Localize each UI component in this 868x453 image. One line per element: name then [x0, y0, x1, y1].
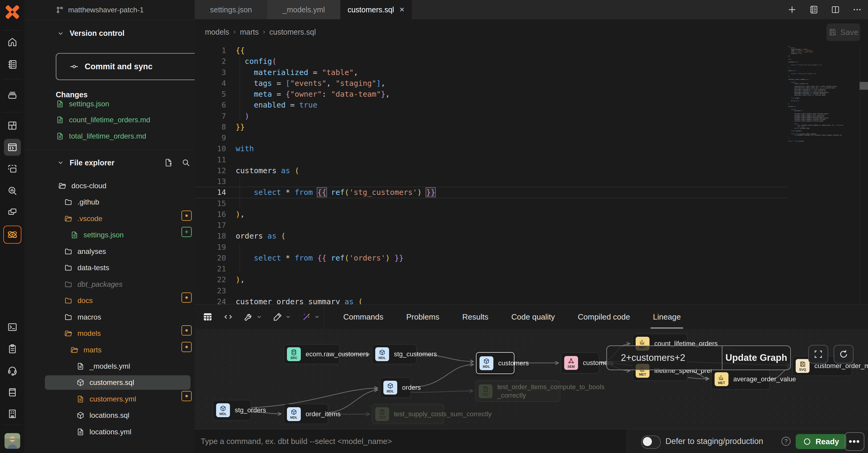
frame-select-icon[interactable]	[4, 161, 21, 177]
lineage-node-test_supply_costs_sum_correctly[interactable]: TST test_supply_costs_sum_correctly	[372, 404, 444, 424]
lineage-node-stg_orders[interactable]: MDL stg_orders	[213, 400, 251, 420]
branch-selector[interactable]: matthewshaver-patch-1	[56, 0, 144, 20]
code-editor[interactable]: 1 {{2 config(3 materialized = "table",4 …	[195, 44, 787, 304]
lineage-node-customers[interactable]: SEM customers	[561, 352, 599, 374]
lineage-node-label: test_supply_costs_sum_correctly	[394, 410, 492, 418]
editor-tab-_models.yml[interactable]: _models.yml	[267, 0, 341, 19]
file-tree-item-macros[interactable]: macros	[24, 309, 195, 325]
file-tree-item-docs[interactable]: docs•	[24, 292, 195, 309]
lineage-node-label: orders	[402, 383, 421, 392]
file-tree-item-.vscode[interactable]: .vscode•	[24, 211, 195, 227]
file-tree-item-locations.sql[interactable]: locations.sql	[24, 407, 195, 423]
help-icon[interactable]: ?	[781, 437, 790, 446]
changed-file-row[interactable]: settings.json +	[56, 97, 216, 111]
lineage-selector-input[interactable]: 2+customers+2	[607, 346, 722, 369]
breadcrumb-item[interactable]: customers.sql	[270, 28, 316, 36]
defer-label: Defer to staging/production	[665, 429, 763, 453]
status-more-button[interactable]: •••	[844, 432, 864, 451]
fullscreen-button[interactable]	[808, 345, 828, 363]
panel-tab-results[interactable]: Results	[451, 304, 500, 329]
inbox-tray-icon[interactable]	[4, 87, 21, 104]
ready-status-badge[interactable]: Ready	[796, 434, 846, 449]
code-toggle-icon[interactable]	[223, 312, 233, 322]
lineage-graph[interactable]: SRC ecom.raw_customers MDL stg_customers…	[195, 329, 868, 429]
breadcrumb-item[interactable]: marts	[240, 28, 259, 36]
version-control-header[interactable]: Version control	[57, 29, 124, 38]
file-tree-item-settings.json[interactable]: settings.json+	[24, 227, 195, 243]
lineage-node-ecom.raw_customers[interactable]: SRC ecom.raw_customers	[284, 344, 340, 364]
home-icon[interactable]	[4, 34, 21, 51]
command-input[interactable]: Type a command, ex. dbt build --select <…	[195, 429, 627, 453]
file-explorer-header[interactable]: File explorer	[57, 155, 115, 170]
save-button[interactable]: Save	[827, 24, 860, 41]
update-graph-button[interactable]: Update Graph	[722, 346, 790, 369]
changed-file-row[interactable]: total_lifetime_orders.md +	[56, 129, 216, 143]
commit-and-sync-button[interactable]: Commit and sync	[56, 53, 216, 80]
refresh-graph-button[interactable]	[834, 345, 854, 363]
lineage-node-customers[interactable]: MDL customers	[476, 352, 515, 374]
ai-fix-wand-icon[interactable]	[301, 312, 320, 322]
split-editor-icon[interactable]	[831, 5, 840, 14]
panel-tab-compiled-code[interactable]: Compiled code	[566, 304, 641, 329]
changed-file-row[interactable]: count_lifetime_orders.md +	[56, 112, 216, 127]
chevron-down-icon[interactable]	[285, 314, 291, 320]
file-tree-item-data-tests[interactable]: data-tests	[24, 260, 195, 276]
new-tab-icon[interactable]	[787, 5, 797, 14]
file-icon	[56, 132, 64, 140]
file-tree-item-dbt_packages[interactable]: dbt_packages	[24, 276, 195, 292]
lineage-node-order_items[interactable]: MDL order_items	[284, 404, 328, 424]
lineage-node-stg_customers[interactable]: MDL stg_customers	[372, 344, 416, 364]
notebook-icon[interactable]	[4, 56, 21, 73]
command-input-placeholder: Type a command, ex. dbt build --select <…	[201, 437, 392, 446]
editor-tab-customers.sql[interactable]: customers.sql×	[340, 0, 412, 19]
chevron-down-icon[interactable]	[314, 314, 320, 320]
editor-scrollbar-thumb[interactable]	[860, 82, 868, 90]
lineage-node-test_order_items_compute_to_bools[interactable]: TST test_order_items_compute_to_bools _c…	[475, 380, 560, 402]
search-icon[interactable]	[181, 158, 190, 167]
results-table-icon[interactable]	[203, 312, 213, 322]
file-tree-item-analyses[interactable]: analyses	[24, 244, 195, 260]
dashboard-grid-icon[interactable]	[4, 117, 21, 134]
user-avatar[interactable]	[4, 433, 20, 449]
panel-tab-commands[interactable]: Commands	[332, 304, 395, 329]
more-options-icon[interactable]	[852, 5, 862, 14]
code-line-24: 24 customer_orders_summary as (	[195, 296, 787, 304]
panel-tab-lineage[interactable]: Lineage	[641, 304, 692, 329]
build-tools-icon[interactable]	[244, 312, 262, 322]
minimap[interactable]: {{ config( materialized = "table", tags …	[788, 46, 848, 142]
file-tree-item-customers.yml[interactable]: customers.yml•	[24, 391, 195, 407]
editor-tab-settings.json[interactable]: settings.json	[195, 0, 268, 19]
building-icon[interactable]	[4, 406, 21, 422]
code-line-17: 17	[195, 220, 787, 231]
notebook-panel-icon[interactable]	[809, 5, 818, 14]
dbt-logo[interactable]	[4, 4, 21, 21]
file-tree-item-marts[interactable]: marts•	[24, 342, 195, 358]
defer-toggle[interactable]	[641, 435, 661, 449]
file-tree-item-models[interactable]: models•	[24, 325, 195, 342]
breadcrumb-item[interactable]: models	[205, 28, 229, 36]
format-icon[interactable]	[273, 312, 291, 322]
new-file-icon[interactable]	[164, 158, 173, 167]
lineage-node-orders[interactable]: MDL orders	[380, 378, 411, 398]
file-tree-item-customers.sql[interactable]: customers.sql	[24, 375, 195, 391]
clipboard-icon[interactable]	[4, 341, 21, 357]
chevron-down-icon[interactable]	[256, 314, 262, 320]
breadcrumb: models›marts›customers.sql	[205, 19, 316, 44]
search-insights-icon[interactable]	[4, 182, 21, 199]
lineage-node-average_order_value[interactable]: MET average_order_value	[711, 369, 770, 389]
dbt-cloud-ide-window: matthewshaver-patch-1 Version control 5 …	[0, 0, 868, 453]
modified-indicator: •	[181, 325, 192, 335]
dbt-atom-icon[interactable]	[3, 226, 22, 244]
terminal-icon[interactable]	[4, 319, 21, 335]
file-tree-item-locations.yml[interactable]: locations.yml	[24, 424, 195, 440]
file-tree-item-docs-cloud[interactable]: docs-cloud	[24, 178, 195, 194]
file-tree-item-.github[interactable]: .github	[24, 194, 195, 210]
headset-icon[interactable]	[4, 362, 21, 379]
code-editor-icon[interactable]	[4, 139, 21, 156]
file-tree-item-_models.yml[interactable]: _models.yml	[24, 358, 195, 375]
book-icon[interactable]	[4, 384, 21, 400]
panel-tab-problems[interactable]: Problems	[395, 304, 451, 329]
windows-icon[interactable]	[4, 204, 21, 221]
panel-tab-code-quality[interactable]: Code quality	[500, 304, 566, 329]
close-tab-icon[interactable]: ×	[399, 5, 404, 14]
